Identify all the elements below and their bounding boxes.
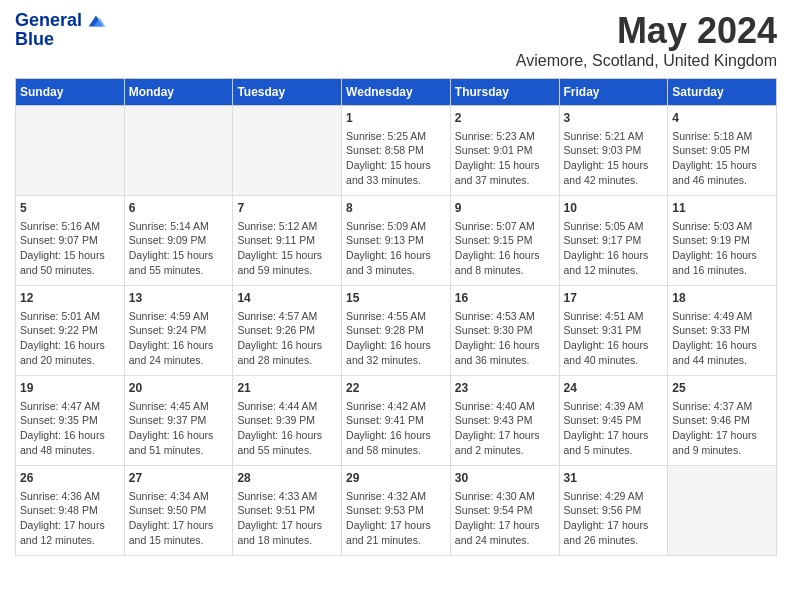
week-row-1: 1Sunrise: 5:25 AM Sunset: 8:58 PM Daylig… xyxy=(16,106,777,196)
calendar-header-row: SundayMondayTuesdayWednesdayThursdayFrid… xyxy=(16,79,777,106)
day-info: Sunrise: 5:23 AM Sunset: 9:01 PM Dayligh… xyxy=(455,129,555,188)
day-number: 31 xyxy=(564,470,664,487)
day-info: Sunrise: 4:32 AM Sunset: 9:53 PM Dayligh… xyxy=(346,489,446,548)
day-info: Sunrise: 4:49 AM Sunset: 9:33 PM Dayligh… xyxy=(672,309,772,368)
day-info: Sunrise: 4:36 AM Sunset: 9:48 PM Dayligh… xyxy=(20,489,120,548)
day-number: 2 xyxy=(455,110,555,127)
calendar-cell: 19Sunrise: 4:47 AM Sunset: 9:35 PM Dayli… xyxy=(16,376,125,466)
calendar-cell: 29Sunrise: 4:32 AM Sunset: 9:53 PM Dayli… xyxy=(342,466,451,556)
calendar-cell: 4Sunrise: 5:18 AM Sunset: 9:05 PM Daylig… xyxy=(668,106,777,196)
week-row-5: 26Sunrise: 4:36 AM Sunset: 9:48 PM Dayli… xyxy=(16,466,777,556)
day-number: 17 xyxy=(564,290,664,307)
calendar-cell: 21Sunrise: 4:44 AM Sunset: 9:39 PM Dayli… xyxy=(233,376,342,466)
day-number: 24 xyxy=(564,380,664,397)
calendar-cell: 16Sunrise: 4:53 AM Sunset: 9:30 PM Dayli… xyxy=(450,286,559,376)
page-header: General Blue May 2024 Aviemore, Scotland… xyxy=(15,10,777,70)
day-header-sunday: Sunday xyxy=(16,79,125,106)
logo-icon xyxy=(85,10,107,32)
day-info: Sunrise: 4:40 AM Sunset: 9:43 PM Dayligh… xyxy=(455,399,555,458)
day-info: Sunrise: 5:03 AM Sunset: 9:19 PM Dayligh… xyxy=(672,219,772,278)
calendar-cell: 1Sunrise: 5:25 AM Sunset: 8:58 PM Daylig… xyxy=(342,106,451,196)
day-header-friday: Friday xyxy=(559,79,668,106)
day-number: 13 xyxy=(129,290,229,307)
day-info: Sunrise: 4:29 AM Sunset: 9:56 PM Dayligh… xyxy=(564,489,664,548)
day-number: 6 xyxy=(129,200,229,217)
day-info: Sunrise: 4:44 AM Sunset: 9:39 PM Dayligh… xyxy=(237,399,337,458)
day-number: 4 xyxy=(672,110,772,127)
day-number: 27 xyxy=(129,470,229,487)
calendar-cell: 27Sunrise: 4:34 AM Sunset: 9:50 PM Dayli… xyxy=(124,466,233,556)
calendar-cell: 9Sunrise: 5:07 AM Sunset: 9:15 PM Daylig… xyxy=(450,196,559,286)
day-info: Sunrise: 4:59 AM Sunset: 9:24 PM Dayligh… xyxy=(129,309,229,368)
logo-text-line2: Blue xyxy=(15,29,107,50)
day-number: 12 xyxy=(20,290,120,307)
calendar-cell: 15Sunrise: 4:55 AM Sunset: 9:28 PM Dayli… xyxy=(342,286,451,376)
calendar-cell: 14Sunrise: 4:57 AM Sunset: 9:26 PM Dayli… xyxy=(233,286,342,376)
calendar-cell: 5Sunrise: 5:16 AM Sunset: 9:07 PM Daylig… xyxy=(16,196,125,286)
subtitle: Aviemore, Scotland, United Kingdom xyxy=(516,52,777,70)
calendar-cell: 8Sunrise: 5:09 AM Sunset: 9:13 PM Daylig… xyxy=(342,196,451,286)
day-info: Sunrise: 4:57 AM Sunset: 9:26 PM Dayligh… xyxy=(237,309,337,368)
logo-text-line1: General xyxy=(15,11,82,31)
day-number: 30 xyxy=(455,470,555,487)
calendar-cell: 18Sunrise: 4:49 AM Sunset: 9:33 PM Dayli… xyxy=(668,286,777,376)
calendar-cell xyxy=(233,106,342,196)
calendar-cell: 22Sunrise: 4:42 AM Sunset: 9:41 PM Dayli… xyxy=(342,376,451,466)
calendar-cell: 10Sunrise: 5:05 AM Sunset: 9:17 PM Dayli… xyxy=(559,196,668,286)
calendar-cell: 25Sunrise: 4:37 AM Sunset: 9:46 PM Dayli… xyxy=(668,376,777,466)
day-info: Sunrise: 4:30 AM Sunset: 9:54 PM Dayligh… xyxy=(455,489,555,548)
calendar-cell xyxy=(124,106,233,196)
day-info: Sunrise: 4:34 AM Sunset: 9:50 PM Dayligh… xyxy=(129,489,229,548)
calendar-cell: 23Sunrise: 4:40 AM Sunset: 9:43 PM Dayli… xyxy=(450,376,559,466)
day-number: 8 xyxy=(346,200,446,217)
day-number: 9 xyxy=(455,200,555,217)
day-info: Sunrise: 4:55 AM Sunset: 9:28 PM Dayligh… xyxy=(346,309,446,368)
day-info: Sunrise: 5:16 AM Sunset: 9:07 PM Dayligh… xyxy=(20,219,120,278)
calendar-cell: 2Sunrise: 5:23 AM Sunset: 9:01 PM Daylig… xyxy=(450,106,559,196)
day-info: Sunrise: 4:47 AM Sunset: 9:35 PM Dayligh… xyxy=(20,399,120,458)
day-info: Sunrise: 5:14 AM Sunset: 9:09 PM Dayligh… xyxy=(129,219,229,278)
day-number: 19 xyxy=(20,380,120,397)
day-info: Sunrise: 4:33 AM Sunset: 9:51 PM Dayligh… xyxy=(237,489,337,548)
day-number: 7 xyxy=(237,200,337,217)
day-number: 3 xyxy=(564,110,664,127)
week-row-3: 12Sunrise: 5:01 AM Sunset: 9:22 PM Dayli… xyxy=(16,286,777,376)
calendar-cell: 3Sunrise: 5:21 AM Sunset: 9:03 PM Daylig… xyxy=(559,106,668,196)
day-number: 25 xyxy=(672,380,772,397)
day-number: 15 xyxy=(346,290,446,307)
day-info: Sunrise: 4:45 AM Sunset: 9:37 PM Dayligh… xyxy=(129,399,229,458)
calendar-table: SundayMondayTuesdayWednesdayThursdayFrid… xyxy=(15,78,777,556)
day-header-tuesday: Tuesday xyxy=(233,79,342,106)
day-number: 29 xyxy=(346,470,446,487)
day-number: 28 xyxy=(237,470,337,487)
day-info: Sunrise: 4:42 AM Sunset: 9:41 PM Dayligh… xyxy=(346,399,446,458)
day-header-saturday: Saturday xyxy=(668,79,777,106)
day-info: Sunrise: 4:53 AM Sunset: 9:30 PM Dayligh… xyxy=(455,309,555,368)
day-number: 21 xyxy=(237,380,337,397)
calendar-cell xyxy=(16,106,125,196)
calendar-cell: 31Sunrise: 4:29 AM Sunset: 9:56 PM Dayli… xyxy=(559,466,668,556)
day-number: 16 xyxy=(455,290,555,307)
calendar-cell: 11Sunrise: 5:03 AM Sunset: 9:19 PM Dayli… xyxy=(668,196,777,286)
day-number: 22 xyxy=(346,380,446,397)
day-info: Sunrise: 5:21 AM Sunset: 9:03 PM Dayligh… xyxy=(564,129,664,188)
day-info: Sunrise: 5:18 AM Sunset: 9:05 PM Dayligh… xyxy=(672,129,772,188)
calendar-cell: 6Sunrise: 5:14 AM Sunset: 9:09 PM Daylig… xyxy=(124,196,233,286)
day-header-wednesday: Wednesday xyxy=(342,79,451,106)
day-number: 26 xyxy=(20,470,120,487)
day-number: 23 xyxy=(455,380,555,397)
calendar-cell: 26Sunrise: 4:36 AM Sunset: 9:48 PM Dayli… xyxy=(16,466,125,556)
day-info: Sunrise: 5:25 AM Sunset: 8:58 PM Dayligh… xyxy=(346,129,446,188)
day-number: 14 xyxy=(237,290,337,307)
day-header-monday: Monday xyxy=(124,79,233,106)
logo: General Blue xyxy=(15,10,107,50)
calendar-cell: 13Sunrise: 4:59 AM Sunset: 9:24 PM Dayli… xyxy=(124,286,233,376)
calendar-cell: 12Sunrise: 5:01 AM Sunset: 9:22 PM Dayli… xyxy=(16,286,125,376)
day-number: 18 xyxy=(672,290,772,307)
calendar-cell xyxy=(668,466,777,556)
day-info: Sunrise: 4:37 AM Sunset: 9:46 PM Dayligh… xyxy=(672,399,772,458)
day-number: 20 xyxy=(129,380,229,397)
day-number: 10 xyxy=(564,200,664,217)
main-title: May 2024 xyxy=(516,10,777,52)
day-info: Sunrise: 5:09 AM Sunset: 9:13 PM Dayligh… xyxy=(346,219,446,278)
